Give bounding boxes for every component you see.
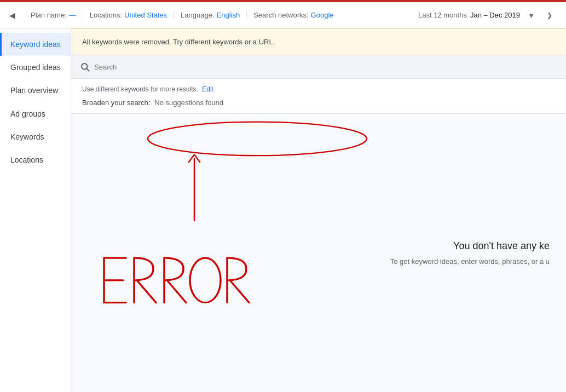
use-different-text: Use different keywords for more results.… <box>82 85 555 93</box>
date-range-label: Last 12 months <box>418 11 467 19</box>
dropdown-icon: ▾ <box>529 11 533 20</box>
language-segment: Language: English <box>174 11 247 19</box>
warning-banner: All keywords were removed. Try different… <box>71 28 566 55</box>
empty-state-area: You don't have any ke To get keyword ide… <box>71 114 566 392</box>
network-label: Search networks: <box>253 11 308 19</box>
svg-line-1 <box>86 68 89 71</box>
sidebar-item-label: Locations <box>10 155 43 164</box>
plan-name-label: Plan name: <box>31 11 67 19</box>
sidebar: Keyword ideas Grouped ideas Plan overvie… <box>0 28 71 392</box>
header-forward-button[interactable]: ❯ <box>542 8 557 23</box>
search-icon <box>80 62 90 72</box>
network-segment: Search networks: Google <box>247 11 340 19</box>
plan-name-value: — <box>69 11 76 19</box>
plan-name-segment: Plan name: — <box>24 11 83 19</box>
collapse-sidebar-button[interactable]: ◀ <box>4 8 20 23</box>
annotation-overlay <box>71 114 566 392</box>
svg-line-5 <box>167 280 186 303</box>
sidebar-item-grouped-ideas[interactable]: Grouped ideas <box>0 56 71 79</box>
date-range-value: Jan – Dec 2019 <box>470 11 520 19</box>
svg-line-7 <box>230 280 249 303</box>
locations-segment: Locations: United States <box>83 11 174 19</box>
content-area: All keywords were removed. Try different… <box>71 28 566 392</box>
language-value[interactable]: English <box>217 11 240 19</box>
sidebar-item-label: Keywords <box>10 132 44 141</box>
locations-label: Locations: <box>90 11 122 19</box>
sidebar-item-keyword-ideas[interactable]: Keyword ideas <box>0 33 71 56</box>
sidebar-item-label: Keyword ideas <box>10 40 61 49</box>
sidebar-item-ad-groups[interactable]: Ad groups <box>0 102 71 125</box>
sidebar-item-plan-overview[interactable]: Plan overview <box>0 79 71 102</box>
svg-point-2 <box>148 122 367 156</box>
svg-line-4 <box>137 280 156 303</box>
date-dropdown-button[interactable]: ▾ <box>523 8 539 23</box>
sidebar-item-label: Grouped ideas <box>10 63 61 72</box>
svg-point-6 <box>190 258 221 303</box>
sidebar-item-keywords[interactable]: Keywords <box>0 125 71 148</box>
main-layout: Keyword ideas Grouped ideas Plan overvie… <box>0 28 566 392</box>
network-value[interactable]: Google <box>311 11 334 19</box>
broaden-value: No suggestions found <box>154 99 223 107</box>
sidebar-item-locations[interactable]: Locations <box>0 148 71 171</box>
locations-value[interactable]: United States <box>124 11 167 19</box>
broaden-label: Broaden your search: <box>82 99 150 107</box>
collapse-icon: ◀ <box>9 11 15 20</box>
suggestions-area: Use different keywords for more results.… <box>71 79 566 114</box>
edit-link[interactable]: Edit <box>202 85 213 93</box>
broaden-row: Broaden your search: No suggestions foun… <box>82 99 555 107</box>
arrow-icon: ❯ <box>547 11 552 19</box>
empty-state-title: You don't have any ke <box>453 240 550 252</box>
language-label: Language: <box>181 11 214 19</box>
warning-message: All keywords were removed. Try different… <box>82 38 275 46</box>
empty-state-description: To get keyword ideas, enter words, phras… <box>390 257 550 266</box>
date-range-area: Last 12 months Jan – Dec 2019 ▾ ❯ <box>418 8 562 23</box>
sidebar-item-label: Plan overview <box>10 86 58 95</box>
keyword-search-input[interactable] <box>94 63 557 71</box>
header-bar: ◀ Plan name: — Locations: United States … <box>0 2 566 28</box>
sidebar-item-label: Ad groups <box>10 109 45 118</box>
search-bar-area <box>71 55 566 79</box>
header-info: Plan name: — Locations: United States La… <box>24 11 418 19</box>
